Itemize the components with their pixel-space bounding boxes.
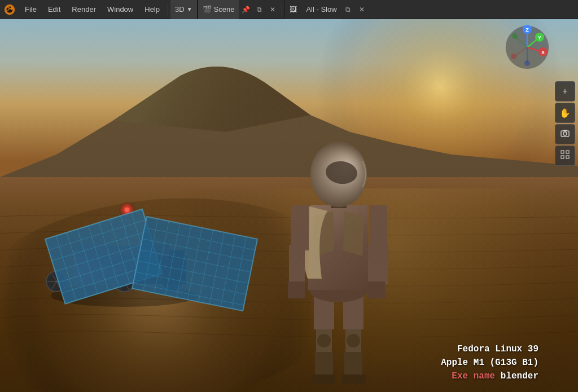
viewport-gizmo[interactable]: Z Y X xyxy=(505,25,550,70)
blender-logo[interactable] xyxy=(0,0,19,19)
viewport-type-selector[interactable]: 🖼 xyxy=(284,0,301,19)
svg-point-22 xyxy=(563,132,567,135)
editor-type-chevron: ▼ xyxy=(187,6,192,12)
svg-rect-25 xyxy=(566,151,569,153)
svg-text:Z: Z xyxy=(526,27,529,33)
svg-text:Y: Y xyxy=(538,35,541,41)
close-viewport-button[interactable]: ✕ xyxy=(355,0,369,19)
svg-rect-24 xyxy=(561,151,564,153)
render-preset-label: All - Slow xyxy=(306,5,336,14)
zoom-button[interactable]: + xyxy=(555,81,575,102)
svg-text:X: X xyxy=(541,50,545,55)
svg-rect-23 xyxy=(563,130,567,131)
pan-button[interactable]: ✋ xyxy=(555,103,575,123)
system-info-overlay: Fedora Linux 39 Apple M1 (G13G B1) Exe n… xyxy=(435,339,544,386)
zoom-icon: + xyxy=(562,86,567,96)
separator-1 xyxy=(168,4,168,15)
menu-window[interactable]: Window xyxy=(102,0,139,19)
camera-button[interactable] xyxy=(555,124,575,144)
hand-icon: ✋ xyxy=(559,108,571,118)
viewport-icon: 🖼 xyxy=(290,5,297,14)
render-preset-selector[interactable]: All - Slow xyxy=(301,0,341,19)
editor-type-button[interactable]: 3D ▼ xyxy=(170,0,198,19)
camera-icon xyxy=(560,128,570,140)
scene-selector[interactable]: 🎬 Scene xyxy=(198,0,239,19)
svg-point-18 xyxy=(512,33,518,39)
os-info: Fedora Linux 39 xyxy=(441,342,538,356)
svg-point-20 xyxy=(524,60,530,66)
grid-icon xyxy=(560,149,570,162)
editor-type-label: 3D xyxy=(175,5,185,14)
exe-info: Exe name blender xyxy=(441,369,538,383)
menu-render[interactable]: Render xyxy=(66,0,102,19)
svg-rect-27 xyxy=(566,156,569,158)
menu-edit[interactable]: Edit xyxy=(42,0,66,19)
right-toolbar: + ✋ xyxy=(555,25,575,166)
svg-rect-26 xyxy=(561,156,564,158)
duplicate-button[interactable]: ⧉ xyxy=(252,0,266,19)
grid-button[interactable] xyxy=(555,146,575,166)
hardware-info: Apple M1 (G13G B1) xyxy=(441,356,538,369)
menu-help[interactable]: Help xyxy=(139,0,165,19)
svg-point-16 xyxy=(511,54,516,59)
scene-icon: 🎬 xyxy=(203,5,212,14)
scene-label: Scene xyxy=(214,5,235,14)
duplicate-viewport-button[interactable]: ⧉ xyxy=(341,0,355,19)
close-scene-button[interactable]: ✕ xyxy=(266,0,279,19)
menu-bar: File Edit Render Window Help 3D ▼ 🎬 Scen… xyxy=(0,0,578,19)
scene-canvas xyxy=(0,19,578,392)
exe-value: blender xyxy=(501,371,538,381)
menu-file[interactable]: File xyxy=(19,0,42,19)
3d-viewport[interactable]: Z Y X + ✋ xyxy=(0,19,578,392)
pin-button[interactable]: 📌 xyxy=(239,0,252,19)
exe-label: Exe name xyxy=(452,371,495,381)
separator-2 xyxy=(282,4,282,15)
